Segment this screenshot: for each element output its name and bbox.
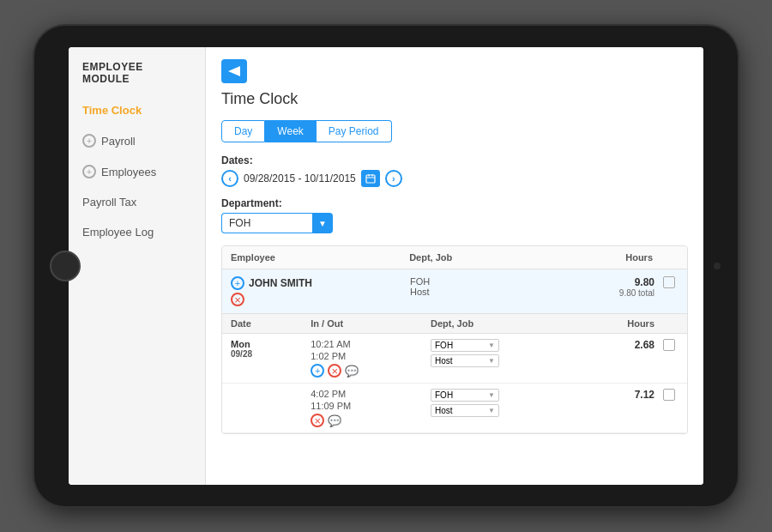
detail-row-1: Mon 09/28 10:21 AM 1:02 PM + × 💬 xyxy=(222,334,687,384)
job-dropdown-1[interactable]: Host ▼ xyxy=(431,354,499,367)
department-select[interactable]: FOH ▼ xyxy=(221,213,333,233)
detail-date-col-1: Mon 09/28 xyxy=(231,339,311,359)
sidebar-item-employee-log[interactable]: Employee Log xyxy=(69,217,205,247)
detail-dept-col-2: FOH ▼ Host ▼ xyxy=(431,389,575,420)
detail-out-1: 1:02 PM xyxy=(311,351,431,361)
emp-job: Host xyxy=(410,287,557,297)
detail-inout-col-2: 4:02 PM 11:09 PM × 💬 xyxy=(311,389,431,427)
employee-name: JOHN SMITH xyxy=(249,277,312,289)
sidebar-item-label: Payroll xyxy=(101,135,136,148)
detail-checkbox-col-1 xyxy=(660,339,679,351)
dates-prev-button[interactable]: ‹ xyxy=(221,170,238,187)
detail-header-dept: Dept, Job xyxy=(431,318,575,329)
detail-header: Date In / Out Dept, Job Hours xyxy=(222,314,687,334)
emp-dept: FOH xyxy=(410,276,557,287)
back-button[interactable] xyxy=(221,59,247,83)
plus-icon-payroll: + xyxy=(82,134,96,148)
detail-row-2: 4:02 PM 11:09 PM × 💬 FOH ▼ Hos xyxy=(222,384,687,433)
department-value: FOH xyxy=(221,213,312,233)
row-remove-button-1[interactable]: × xyxy=(328,364,341,378)
employee-remove-button[interactable]: × xyxy=(231,293,244,306)
sidebar-item-employees[interactable]: + Employees xyxy=(69,156,205,187)
plus-icon-employees: + xyxy=(82,165,96,178)
sidebar-item-label: Time Clock xyxy=(82,104,142,117)
sidebar-item-payroll[interactable]: + Payroll xyxy=(69,125,205,156)
dept-dropdown-2[interactable]: FOH ▼ xyxy=(431,389,499,402)
sidebar-item-time-clock[interactable]: Time Clock xyxy=(69,95,205,125)
sidebar: EMPLOYEE MODULE Time Clock + Payroll + E… xyxy=(69,47,206,485)
comment-button-2[interactable]: 💬 xyxy=(328,414,341,427)
calendar-button[interactable] xyxy=(361,170,380,187)
emp-hours-main: 9.80 xyxy=(557,276,654,288)
col-header-hours: Hours xyxy=(555,252,679,263)
job-dropdown-arrow-2: ▼ xyxy=(488,407,495,414)
detail-hours-col-2: 7.12 xyxy=(575,389,660,401)
dept-dropdown-1[interactable]: FOH ▼ xyxy=(431,339,499,352)
sidebar-item-label: Employees xyxy=(101,166,156,178)
emp-hours-total: 9.80 total xyxy=(557,288,654,298)
employee-checkbox[interactable] xyxy=(663,276,675,288)
calendar-icon xyxy=(365,173,376,184)
screen: EMPLOYEE MODULE Time Clock + Payroll + E… xyxy=(69,47,703,485)
col-header-dept-job: Dept, Job xyxy=(409,252,555,263)
tab-week[interactable]: Week xyxy=(265,120,316,142)
detail-actions-1: + × 💬 xyxy=(311,364,431,378)
tablet-device: EMPLOYEE MODULE Time Clock + Payroll + E… xyxy=(34,26,738,506)
sidebar-item-label: Payroll Tax xyxy=(82,196,136,209)
svg-marker-0 xyxy=(228,66,240,76)
detail-checkbox-2[interactable] xyxy=(663,389,675,401)
table-header: Employee Dept, Job Hours xyxy=(222,246,687,269)
sidebar-item-payroll-tax[interactable]: Payroll Tax xyxy=(69,187,205,217)
page-title: Time Clock xyxy=(221,90,688,108)
detail-actions-2: × 💬 xyxy=(311,414,431,427)
detail-header-inout: In / Out xyxy=(311,318,431,329)
col-header-employee: Employee xyxy=(231,252,409,263)
job-dropdown-value-1: Host xyxy=(435,356,453,366)
detail-hours-col-1: 2.68 xyxy=(575,339,660,351)
job-dropdown-value-2: Host xyxy=(435,406,453,415)
detail-checkbox-col-2 xyxy=(660,389,679,401)
detail-in-1: 10:21 AM xyxy=(311,339,431,349)
employee-name-col: + JOHN SMITH × xyxy=(231,276,410,306)
dates-section: Dates: ‹ 09/28/2015 - 10/11/2015 › xyxy=(221,154,688,187)
detail-header-hours: Hours xyxy=(575,318,679,329)
employee-name-row: + JOHN SMITH xyxy=(231,276,410,290)
emp-hours-col: 9.80 9.80 total xyxy=(557,276,660,298)
back-arrow-icon xyxy=(228,66,240,76)
data-table: Employee Dept, Job Hours + JOHN SMITH × xyxy=(221,245,688,434)
employee-add-button[interactable]: + xyxy=(231,276,244,290)
emp-checkbox-col xyxy=(660,276,679,288)
row-remove-button-2[interactable]: × xyxy=(311,414,324,427)
dept-dropdown-arrow-2: ▼ xyxy=(488,391,495,399)
detail-checkbox-1[interactable] xyxy=(663,339,675,351)
dates-label: Dates: xyxy=(221,154,688,166)
row-add-button-1[interactable]: + xyxy=(311,364,324,378)
employee-row: + JOHN SMITH × FOH Host 9.80 9.80 total xyxy=(222,269,687,314)
department-arrow-icon[interactable]: ▼ xyxy=(312,213,333,233)
dept-dropdown-value-2: FOH xyxy=(435,390,453,400)
svg-rect-1 xyxy=(366,175,375,183)
dept-dropdown-value-1: FOH xyxy=(435,341,453,350)
detail-header-date: Date xyxy=(231,318,311,329)
detail-inout-col-1: 10:21 AM 1:02 PM + × 💬 xyxy=(311,339,431,378)
tab-day[interactable]: Day xyxy=(221,120,265,142)
detail-date-day-1: Mon xyxy=(231,339,311,349)
employee-actions: × xyxy=(231,293,410,306)
department-label: Department: xyxy=(221,197,688,209)
detail-dept-col-1: FOH ▼ Host ▼ xyxy=(431,339,575,370)
job-dropdown-arrow-1: ▼ xyxy=(488,357,495,365)
dates-next-button[interactable]: › xyxy=(385,170,402,187)
comment-button-1[interactable]: 💬 xyxy=(345,365,359,378)
sidebar-title: EMPLOYEE MODULE xyxy=(69,61,205,95)
job-dropdown-2[interactable]: Host ▼ xyxy=(431,404,499,417)
dates-row: ‹ 09/28/2015 - 10/11/2015 › xyxy=(221,170,688,187)
detail-out-2: 11:09 PM xyxy=(311,401,431,411)
home-button[interactable] xyxy=(50,251,81,281)
detail-date-num-1: 09/28 xyxy=(231,349,311,359)
dept-dropdown-arrow-1: ▼ xyxy=(488,342,495,349)
tab-pay-period[interactable]: Pay Period xyxy=(317,120,392,142)
camera xyxy=(714,263,721,269)
main-content: Time Clock Day Week Pay Period Dates: ‹ … xyxy=(206,47,703,485)
department-section: Department: FOH ▼ xyxy=(221,197,688,233)
emp-dept-col: FOH Host xyxy=(410,276,557,297)
